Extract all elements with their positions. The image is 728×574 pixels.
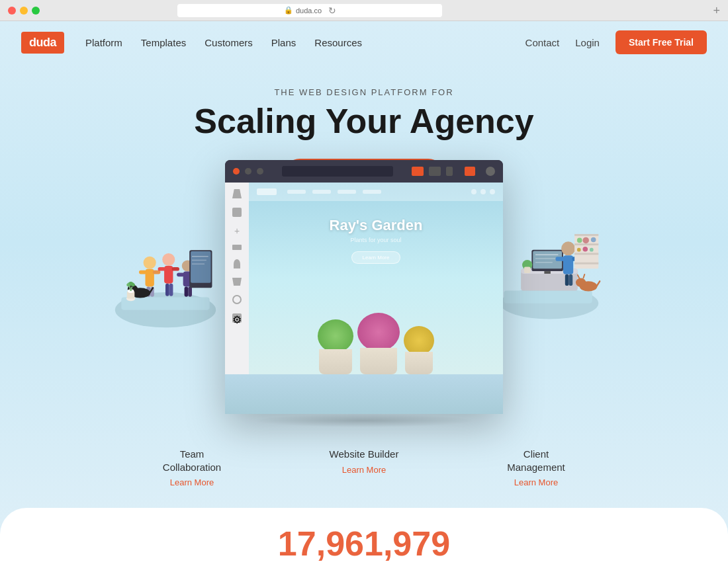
svg-line-64	[578, 275, 580, 279]
svg-rect-4	[139, 270, 146, 274]
svg-point-2	[144, 257, 156, 269]
plant-3-top	[404, 326, 434, 355]
nav-resources[interactable]: Resources	[314, 37, 362, 48]
feature-website-builder: Website Builder Learn More	[298, 448, 430, 488]
section-icon	[232, 245, 242, 250]
plant-3-pot	[405, 352, 433, 374]
nav-templates[interactable]: Templates	[141, 37, 186, 48]
feature-link-builder[interactable]: Learn More	[342, 465, 386, 475]
nav-login[interactable]: Login	[575, 37, 600, 48]
site-nav-link	[338, 190, 356, 194]
platform-shadow	[253, 414, 475, 427]
nav-platform[interactable]: Platform	[85, 37, 122, 48]
mockup-site-title: Ray's Garden	[249, 217, 503, 234]
social-icon	[480, 189, 486, 194]
nav-links: Platform Templates Customers Plans Resou…	[85, 37, 362, 48]
mockup-maximize	[257, 168, 263, 175]
left-illustration	[106, 200, 238, 335]
svg-rect-5	[153, 270, 160, 274]
mockup-site-content: Ray's Garden Plants for your soul Learn …	[249, 183, 503, 374]
mockup-minimize	[245, 168, 251, 175]
traffic-lights	[8, 7, 40, 15]
pencil-icon	[232, 189, 242, 198]
svg-rect-41	[544, 271, 551, 274]
svg-rect-49	[565, 274, 569, 286]
team-collaboration-illustration	[106, 200, 225, 332]
svg-rect-11	[172, 267, 179, 271]
site-nav-link	[363, 190, 381, 194]
feature-title-team: Team Collaboration	[126, 448, 258, 473]
address-bar[interactable]: 🔒 duda.co ↻	[177, 4, 442, 17]
svg-point-63	[576, 278, 586, 287]
plant-1-pot	[319, 349, 352, 374]
tablet-icon	[429, 167, 441, 176]
url-text: duda.co	[296, 7, 322, 15]
page-content: duda Platform Templates Customers Plans …	[0, 21, 728, 574]
svg-line-66	[596, 281, 600, 286]
nav-customers[interactable]: Customers	[205, 37, 253, 48]
svg-rect-12	[165, 284, 169, 296]
svg-rect-19	[188, 286, 192, 296]
plant-1-top	[318, 319, 353, 352]
close-button[interactable]	[8, 7, 16, 15]
feature-link-client[interactable]: Learn More	[514, 477, 558, 487]
lock-icon: 🔒	[284, 6, 293, 15]
svg-rect-9	[164, 266, 173, 284]
plant-2-top	[357, 313, 400, 351]
svg-rect-54	[574, 253, 598, 255]
mockup-browser: + ⚙	[225, 160, 503, 414]
plant-1	[318, 319, 353, 374]
publish-btn	[465, 167, 475, 176]
plant-2-pot	[360, 348, 397, 374]
social-icon	[471, 189, 477, 194]
svg-point-59	[577, 248, 581, 252]
shop-icon	[232, 278, 242, 286]
nav-plans[interactable]: Plans	[271, 37, 296, 48]
feature-title-builder: Website Builder	[298, 448, 430, 461]
site-social-icons	[471, 189, 495, 194]
svg-point-61	[590, 248, 594, 252]
feature-link-team[interactable]: Learn More	[170, 477, 214, 487]
new-tab-button[interactable]: +	[713, 5, 720, 17]
navbar: duda Platform Templates Customers Plans …	[0, 21, 728, 63]
svg-rect-53	[574, 243, 598, 245]
svg-point-57	[582, 237, 589, 244]
bottom-section: 17,961,979	[0, 508, 728, 574]
svg-point-58	[591, 237, 596, 243]
layers-icon	[232, 208, 242, 217]
maximize-button[interactable]	[32, 7, 40, 15]
feature-team-collaboration: Team Collaboration Learn More	[126, 448, 258, 488]
mockup-sidebar: + ⚙	[225, 183, 249, 374]
svg-rect-3	[146, 269, 154, 287]
features-row: Team Collaboration Learn More Website Bu…	[0, 448, 728, 488]
plant-3	[404, 326, 434, 374]
hero-subtitle: THE WEB DESIGN PLATFORM FOR	[0, 87, 728, 97]
client-management-illustration	[490, 193, 609, 325]
mockup-site-subtitle: Plants for your soul	[249, 237, 503, 243]
svg-rect-16	[177, 272, 184, 276]
home-icon	[486, 167, 495, 176]
nav-contact[interactable]: Contact	[525, 37, 560, 48]
mockup-hero: Ray's Garden Plants for your soul Learn …	[249, 201, 503, 264]
logo[interactable]: duda	[21, 32, 64, 54]
center-mockup: + ⚙	[225, 160, 503, 414]
svg-point-56	[577, 238, 582, 243]
refresh-button[interactable]: ↻	[328, 5, 336, 16]
svg-rect-10	[158, 267, 165, 271]
stat-number: 17,961,979	[278, 524, 450, 563]
plants-display	[249, 295, 503, 374]
plant-2	[357, 313, 400, 374]
feature-title-client: Client Management	[470, 448, 602, 473]
site-nav-link	[287, 190, 306, 194]
mockup-close	[233, 168, 240, 175]
svg-rect-47	[556, 257, 565, 261]
mockup-body: + ⚙	[225, 183, 503, 374]
svg-rect-13	[169, 284, 173, 296]
start-trial-button[interactable]: Start Free Trial	[615, 30, 707, 54]
settings-icon: ⚙	[232, 313, 242, 323]
svg-rect-55	[574, 263, 598, 265]
svg-point-45	[561, 241, 575, 255]
mobile-icon	[446, 167, 453, 176]
hero-title: Scaling Your Agency	[0, 102, 728, 140]
minimize-button[interactable]	[20, 7, 28, 15]
